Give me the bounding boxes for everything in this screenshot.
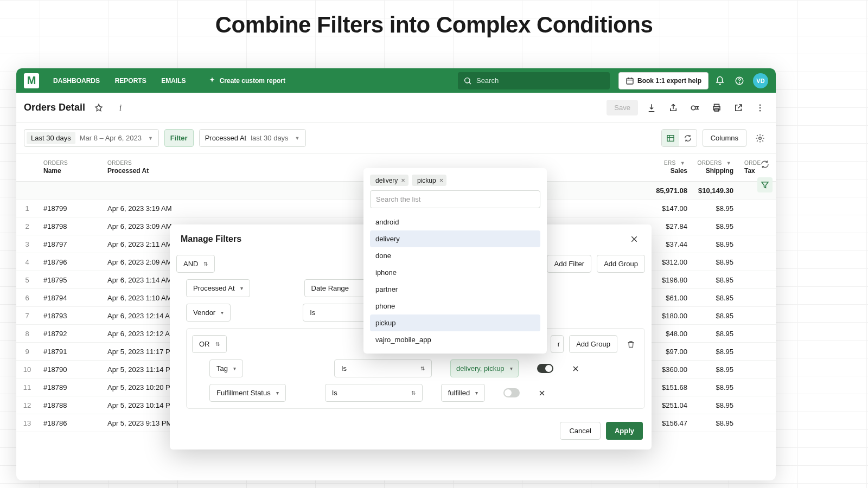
create-report-button[interactable]: Create custom report (208, 76, 285, 85)
row-ship: $8.95 (693, 240, 739, 248)
row-name: #18798 (38, 222, 102, 230)
bell-icon (715, 76, 725, 86)
nested-add-group-button[interactable]: Add Group (569, 335, 617, 353)
print-button[interactable] (709, 100, 725, 116)
view-refresh-button[interactable] (679, 130, 697, 146)
option-vajro_mobile_app[interactable]: vajro_mobile_app (370, 331, 540, 348)
option-partner[interactable]: partner (370, 281, 540, 298)
date-range-chip[interactable]: Last 30 days Mar 8 – Apr 6, 2023 ▼ (24, 129, 159, 147)
filter-value-fulfilled[interactable]: fulfilled (441, 384, 485, 402)
filter-op-is-tag[interactable]: Is (334, 359, 432, 377)
svg-point-0 (465, 78, 470, 82)
view-table-button[interactable] (662, 130, 679, 146)
nested-add-filter-button[interactable]: r (551, 335, 564, 353)
modal-close-button[interactable] (628, 235, 641, 243)
filter-op-is-vendor[interactable]: Is (303, 304, 368, 322)
col-processed[interactable]: Processed At (107, 167, 237, 175)
svg-rect-15 (667, 135, 674, 141)
row-name: #18788 (38, 401, 102, 409)
option-delivery[interactable]: delivery (370, 230, 540, 247)
more-button[interactable] (752, 100, 768, 116)
open-external-button[interactable] (730, 100, 746, 116)
remove-token-delivery[interactable]: × (401, 176, 405, 184)
popover-search-input[interactable] (370, 190, 540, 208)
total-ship: $10,149.30 (693, 187, 739, 195)
app-window: M DASHBOARDS REPORTS EMAILS Create custo… (16, 68, 776, 480)
close-icon (538, 389, 546, 397)
rail-filter-button[interactable] (757, 177, 773, 192)
share-button[interactable] (665, 100, 681, 116)
search-icon (463, 76, 472, 85)
svg-point-14 (760, 110, 761, 111)
col-group: ORDERS (43, 160, 97, 166)
row-index: 11 (16, 383, 38, 391)
settings-button[interactable] (752, 130, 768, 146)
row-index: 7 (16, 312, 38, 320)
row-ship: $8.95 (693, 312, 739, 320)
col-name[interactable]: Name (43, 167, 97, 175)
columns-button[interactable]: Columns (703, 129, 746, 147)
notifications-button[interactable] (712, 73, 728, 89)
info-button[interactable]: i (112, 100, 129, 116)
help-button[interactable] (731, 73, 748, 89)
filter-button[interactable]: Filter (164, 129, 194, 147)
filter-op-date-range[interactable]: Date Range (304, 279, 369, 297)
svg-point-7 (739, 82, 740, 83)
delete-group-button[interactable] (623, 336, 639, 352)
row-processed: Apr 6, 2023 3:19 AM (102, 204, 242, 213)
tag-dropdown-popover: delivery× pickup× androiddeliverydoneiph… (363, 168, 547, 354)
favorite-button[interactable] (91, 100, 107, 116)
fulfillment-filter-toggle[interactable] (503, 388, 520, 397)
tag-filter-toggle[interactable] (537, 364, 553, 373)
logic-or-select[interactable]: OR (192, 335, 227, 353)
col-net-sales[interactable]: Sales (643, 167, 687, 175)
option-done[interactable]: done (370, 247, 540, 264)
total-net: 85,971.08 (637, 187, 693, 195)
save-button[interactable]: Save (607, 100, 638, 115)
svg-point-13 (760, 107, 761, 108)
logic-and-select[interactable]: AND (176, 255, 215, 273)
row-index: 5 (16, 276, 38, 284)
rail-refresh-button[interactable] (757, 157, 773, 172)
option-android[interactable]: android (370, 214, 540, 230)
remove-fulfillment-filter-button[interactable] (536, 389, 548, 397)
row-ship: $8.95 (693, 401, 739, 409)
funnel-icon (760, 180, 770, 190)
user-avatar[interactable]: VD (753, 73, 768, 88)
remove-tag-filter-button[interactable] (570, 365, 582, 373)
remove-token-pickup[interactable]: × (439, 176, 444, 184)
processed-filter-chip[interactable]: Processed At last 30 days ▼ (199, 129, 306, 147)
logo[interactable]: M (24, 73, 39, 88)
schedule-button[interactable] (687, 100, 703, 116)
option-pickup[interactable]: pickup (370, 314, 540, 331)
nav-emails[interactable]: EMAILS (155, 72, 192, 90)
filter-op-is-fulfillment[interactable]: Is (325, 384, 423, 402)
nav-dashboards[interactable]: DASHBOARDS (47, 72, 106, 90)
add-group-button[interactable]: Add Group (597, 255, 645, 273)
row-ship: $8.95 (693, 222, 739, 230)
chevron-down-icon: ▼ (148, 136, 153, 141)
col-shipping[interactable]: Shipping (698, 167, 733, 175)
apply-button[interactable]: Apply (606, 422, 643, 440)
cancel-button[interactable]: Cancel (560, 422, 600, 440)
search-input[interactable] (476, 76, 604, 85)
book-help-button[interactable]: Book 1:1 expert help (618, 72, 709, 89)
download-button[interactable] (643, 100, 660, 116)
nav-reports[interactable]: REPORTS (108, 72, 153, 90)
option-iphone[interactable]: iphone (370, 264, 540, 281)
filter-field-vendor[interactable]: Vendor (186, 304, 231, 322)
filter-value-tags[interactable]: delivery, pickup (450, 359, 519, 377)
row-name: #18792 (38, 330, 102, 338)
refresh-icon (760, 159, 770, 169)
search-box[interactable] (458, 72, 610, 89)
filter-field-processed[interactable]: Processed At (186, 279, 250, 297)
close-icon (630, 235, 639, 243)
filter-field-tag[interactable]: Tag (209, 359, 243, 377)
row-index: 13 (16, 419, 38, 427)
row-index: 8 (16, 330, 38, 338)
filter-field-fulfillment[interactable]: Fulfillment Status (209, 384, 286, 402)
option-phone[interactable]: phone (370, 298, 540, 314)
add-filter-button[interactable]: Add Filter (547, 255, 591, 273)
star-icon (94, 103, 104, 113)
info-icon: i (119, 103, 122, 113)
